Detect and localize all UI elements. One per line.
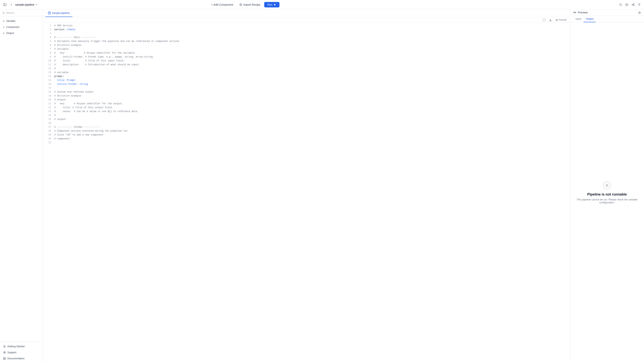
line-number: 10	[45, 59, 51, 62]
sidebar-item-documentation[interactable]: Documentation	[0, 356, 43, 362]
download-icon	[549, 19, 552, 21]
not-runnable-desc: This pipeline cannot be run. Please chec…	[574, 198, 640, 204]
line-number: 17	[45, 87, 51, 89]
code-line: 31	[43, 141, 570, 145]
line-number: 1	[45, 24, 51, 27]
add-component-button[interactable]: + Add Component	[209, 2, 235, 7]
code-line: 12#	[43, 67, 570, 71]
svg-line-8	[621, 5, 622, 6]
line-content: # value: # Can be a value or use ${} to …	[54, 110, 568, 113]
line-number: 6	[45, 44, 51, 47]
line-number: 2	[45, 28, 51, 31]
search-button[interactable]	[618, 2, 623, 7]
line-content: # description: # Introduction of what sh…	[54, 63, 568, 66]
sidebar-toggle-button[interactable]	[2, 2, 8, 7]
sidebar-item-getting-started[interactable]: Getting Started	[0, 343, 43, 349]
code-line: 29# Click "xO" to add a new component	[43, 134, 570, 137]
line-number: 4	[45, 36, 51, 39]
back-button[interactable]	[9, 2, 14, 7]
line-content: #	[54, 67, 568, 70]
fullscreen-icon	[543, 19, 545, 21]
line-number: 9	[45, 55, 51, 58]
line-number: 22	[45, 106, 51, 109]
svg-line-18	[4, 13, 5, 14]
preview-tabs: Input Output	[570, 16, 644, 22]
preview-panel: Preview Input Output ⊙ Pipeline	[570, 9, 644, 363]
getting-started-icon	[3, 345, 6, 348]
pipeline-tab-icon	[48, 12, 51, 14]
line-content: # key: # Unique identifier for the varia…	[54, 52, 568, 54]
code-line: 30# component:	[43, 137, 570, 141]
line-content: # Structure example:	[54, 44, 568, 47]
topbar: sample-pipeline + Add Component Import R…	[0, 0, 644, 9]
svg-rect-9	[626, 4, 628, 5]
line-content: instill-format: string	[54, 83, 568, 86]
sidebar-item-support[interactable]: Support	[0, 349, 43, 356]
format-icon	[556, 19, 558, 21]
code-line: 13# variable:	[43, 71, 570, 75]
line-number: 20	[45, 98, 51, 101]
sidebar-item-variable[interactable]: ▶ Variable	[0, 18, 43, 24]
share-button[interactable]	[631, 2, 636, 7]
import-recipe-button[interactable]: Import Recipe	[237, 2, 263, 7]
code-line: 27# ----------- Schema -----------	[43, 126, 570, 130]
code-line: 16 instill-format: string	[43, 83, 570, 87]
editor-tab-pipeline[interactable]: sample-pipeline	[45, 9, 72, 17]
preview-tab-output[interactable]: Output	[584, 16, 596, 22]
line-content: #	[54, 114, 568, 117]
download-button[interactable]	[548, 18, 553, 22]
preview-expand-button[interactable]	[638, 11, 641, 14]
svg-line-14	[633, 4, 634, 4]
svg-point-23	[4, 352, 5, 353]
code-line: 9# instill-format: # Format type, e.g., …	[43, 55, 570, 59]
line-number: 19	[45, 94, 51, 97]
line-number: 13	[45, 71, 51, 74]
svg-line-15	[633, 5, 634, 5]
pipeline-name[interactable]: sample-pipeline	[15, 3, 38, 6]
line-content: # title: # Title of this input field.	[54, 59, 568, 62]
line-number: 23	[45, 110, 51, 113]
run-button[interactable]: Run	[264, 2, 280, 7]
not-runnable-icon: ⊙	[603, 181, 611, 189]
line-number: 15	[45, 79, 51, 82]
editor-tabs: sample-pipeline	[43, 9, 570, 17]
line-number: 29	[45, 134, 51, 136]
line-number: 30	[45, 137, 51, 140]
notifications-button[interactable]	[637, 2, 642, 7]
code-line: 10# title: # Title of this input field.	[43, 59, 570, 63]
preview-icon	[573, 11, 576, 14]
line-content: # Component actions executed during the …	[54, 130, 568, 132]
svg-point-12	[632, 4, 633, 5]
editor-toolbar: Format	[43, 17, 570, 23]
line-number: 11	[45, 63, 51, 66]
line-content: # output:	[54, 98, 568, 101]
search-icon	[2, 11, 5, 14]
line-content: # Structure example:	[54, 94, 568, 97]
code-editor[interactable]: 1# VDP Version2version: v1beta34# ------…	[43, 23, 570, 363]
line-content: # component:	[54, 137, 568, 140]
code-line: 28# Component actions executed during th…	[43, 130, 570, 134]
code-line: 19# Structure example:	[43, 94, 570, 98]
support-icon	[3, 351, 6, 354]
sidebar-item-component[interactable]: ▶ Component	[0, 24, 43, 30]
line-number: 16	[45, 83, 51, 86]
not-runnable-title: Pipeline is not runnable	[587, 192, 627, 197]
code-line: 21# key: # Unique identifier for the out…	[43, 102, 570, 106]
format-button[interactable]: Format	[554, 18, 568, 22]
line-number: 27	[45, 126, 51, 128]
line-content: # VDP Version	[54, 24, 568, 27]
sidebar-search-input[interactable]	[6, 11, 40, 14]
line-content: # output:	[54, 118, 568, 121]
preview-tab-input[interactable]: Input	[573, 16, 584, 22]
line-number: 26	[45, 122, 51, 125]
code-line: 6# Structure example:	[43, 44, 570, 48]
line-content: # title: # Title of this output field.	[54, 106, 568, 109]
expand-button[interactable]	[624, 2, 629, 7]
fullscreen-button[interactable]	[542, 18, 546, 22]
line-number: 8	[45, 52, 51, 54]
sidebar-bottom: Getting Started Support Documentation	[0, 342, 43, 363]
sidebar-item-output[interactable]: ▶ Output	[0, 30, 43, 36]
chevron-right-icon: ▶	[3, 20, 5, 22]
line-content: # Variables that manually trigger the pi…	[54, 40, 568, 43]
sidebar: ▶ Variable ▶ Component ▶ Output Getting …	[0, 9, 43, 363]
